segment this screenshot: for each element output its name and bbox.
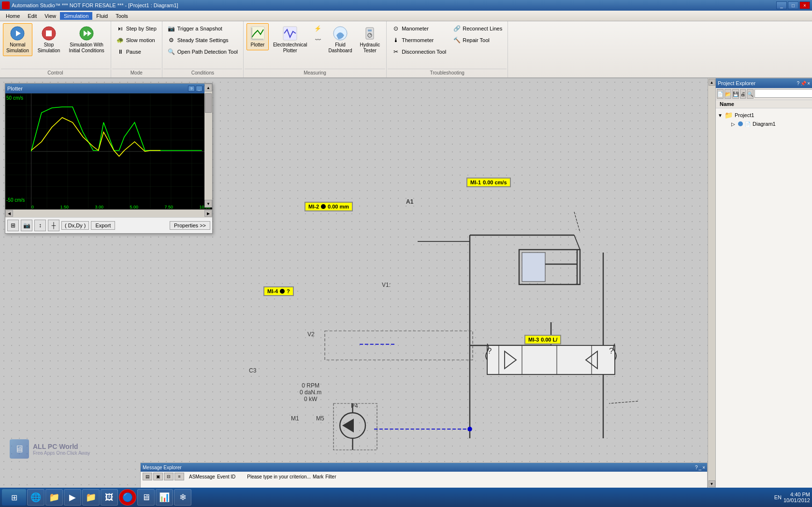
- taskbar-ie-button[interactable]: 🌐: [27, 489, 44, 506]
- fluid-dashboard-button[interactable]: FluidDashboard: [325, 23, 356, 56]
- taskbar-brand-button[interactable]: 🔵: [119, 489, 136, 506]
- trigger-snapshot-button[interactable]: 📷 Trigger a Snapshot: [165, 23, 240, 34]
- stop-simulation-button[interactable]: StopSimulation: [34, 23, 64, 56]
- slow-motion-button[interactable]: 🐢 Slow motion: [114, 35, 159, 45]
- window-controls[interactable]: _ □ ×: [776, 1, 810, 9]
- svg-rect-3: [46, 30, 52, 36]
- tree-item-diagram1[interactable]: ▷ 📄 Diagram1: [727, 120, 810, 128]
- msg-help-button[interactable]: ?: [695, 465, 698, 470]
- tree-item-project[interactable]: ▼ 📁 Project1: [718, 110, 810, 120]
- plotter-chart[interactable]: 50 cm/s -50 cm/s: [5, 93, 212, 209]
- menu-fluid[interactable]: Fluid: [92, 12, 112, 20]
- explorer-open-btn[interactable]: 📂: [725, 89, 731, 99]
- start-button[interactable]: ⊞: [2, 489, 26, 506]
- wave-button[interactable]: 〰: [312, 35, 324, 45]
- maximize-button[interactable]: □: [788, 1, 798, 9]
- open-path-button[interactable]: 🔍 Open Path Detection Tool: [165, 46, 240, 57]
- plotter-label: Plotter: [251, 42, 265, 48]
- explorer-print-btn[interactable]: 🖨: [740, 89, 746, 99]
- taskbar-media-button[interactable]: ▶: [64, 489, 81, 506]
- menu-tools[interactable]: Tools: [112, 12, 132, 20]
- msg-btn-3[interactable]: ⊟: [164, 473, 174, 480]
- explorer-toolbar: 📄 📂 💾 🖨 🔍: [716, 88, 812, 100]
- plotter-titlebar[interactable]: Plotter ? _ ×: [5, 84, 212, 93]
- msg-search-label: Please type in your criterion...: [247, 474, 311, 479]
- explorer-save-btn[interactable]: 💾: [732, 89, 739, 99]
- taskbar-explorer-button[interactable]: 📁: [82, 489, 100, 506]
- taskbar-app9-button[interactable]: ❄: [174, 489, 191, 506]
- plotter-help-button[interactable]: ?: [188, 86, 195, 91]
- normal-simulation-icon: [10, 26, 25, 41]
- taskbar-clock: EN 4:40 PM 10/01/2012: [774, 492, 810, 503]
- mi-2-dot: [321, 204, 326, 209]
- plotter-y-min: -50 cm/s: [6, 197, 25, 203]
- pause-button[interactable]: ⏸ Pause: [114, 46, 159, 57]
- msg-btn-1[interactable]: ▤: [143, 473, 152, 480]
- electrotechnical-plotter-button[interactable]: ElectrotechnicalPlotter: [270, 23, 311, 56]
- label-v1: V1:: [382, 282, 391, 288]
- plotter-zoom-fit-button[interactable]: ⊞: [7, 220, 19, 231]
- scroll-left-button[interactable]: ◀: [5, 210, 13, 217]
- normal-simulation-button[interactable]: NormalSimulation: [3, 23, 32, 56]
- step-by-step-button[interactable]: ⏯ Step by Step: [114, 23, 159, 34]
- plotter-coords-button[interactable]: ( Dx,Dy ): [61, 221, 89, 230]
- menu-simulation[interactable]: Simulation: [60, 12, 92, 20]
- explorer-titlebar: Project Explorer ? 📌 ×: [716, 78, 812, 88]
- explorer-search-btn[interactable]: 🔍: [747, 89, 754, 99]
- menu-view[interactable]: View: [41, 12, 60, 20]
- ribbon-group-mode: ⏯ Step by Step 🐢 Slow motion ⏸ Pause Mod…: [111, 21, 162, 77]
- taskbar-studio-button[interactable]: 🖥: [137, 489, 155, 506]
- plotter-cursor-button[interactable]: ↕: [34, 220, 46, 231]
- reconnect-lines-button[interactable]: 🔗 Reconnect Lines: [450, 23, 505, 34]
- explorer-pin[interactable]: 📌: [800, 81, 806, 86]
- plotter-export-button[interactable]: Export: [91, 221, 115, 230]
- canvas-scroll-down[interactable]: ▼: [709, 480, 715, 487]
- explorer-help[interactable]: ?: [797, 81, 800, 86]
- plotter-camera-button[interactable]: 📷: [21, 220, 32, 231]
- explorer-new-btn[interactable]: 📄: [717, 89, 724, 99]
- minimize-button[interactable]: _: [776, 1, 787, 9]
- hydraulic-tester-button[interactable]: HydraulicTester: [356, 23, 383, 56]
- manometer-button[interactable]: ⊙ Manometer: [390, 23, 449, 34]
- scrollbar-thumb[interactable]: [205, 93, 212, 113]
- explorer-close[interactable]: ×: [807, 81, 810, 86]
- plotter-button[interactable]: Plotter: [246, 23, 269, 50]
- scroll-up-button[interactable]: ▲: [204, 84, 212, 91]
- fluid-dashboard-label: FluidDashboard: [329, 42, 352, 54]
- msg-btn-4[interactable]: ≡: [174, 473, 184, 480]
- taskbar-ppt-button[interactable]: 📊: [156, 489, 173, 506]
- msg-close-button[interactable]: ×: [702, 465, 705, 470]
- power-monitor-button[interactable]: ⚡: [312, 23, 324, 34]
- menu-edit[interactable]: Edit: [24, 12, 41, 20]
- menu-home[interactable]: Home: [2, 12, 24, 20]
- plotter-scrollbar-h[interactable]: ◀ ▶: [5, 209, 212, 217]
- canvas-scroll-up[interactable]: ▲: [709, 79, 715, 86]
- slow-motion-label: Slow motion: [126, 37, 155, 43]
- svg-rect-28: [522, 253, 545, 282]
- canvas-scrollbar-v[interactable]: ▲ ▼: [708, 78, 715, 488]
- scroll-down-button[interactable]: ▼: [204, 200, 212, 208]
- plotter-title: Plotter: [7, 86, 23, 91]
- msg-btn-2[interactable]: ▣: [153, 473, 163, 480]
- simulation-initial-label: Simulation WithInitial Conditions: [69, 42, 104, 54]
- taskbar-photos-button[interactable]: 🖼: [101, 489, 118, 506]
- taskbar-folder-button[interactable]: 📁: [45, 489, 63, 506]
- explorer-search-input[interactable]: [754, 89, 812, 98]
- plotter-scrollbar-v[interactable]: ▲ ▼: [204, 84, 212, 208]
- svg-line-23: [574, 235, 580, 250]
- scroll-right-button[interactable]: ▶: [204, 210, 212, 217]
- simulation-initial-button[interactable]: Simulation WithInitial Conditions: [65, 23, 107, 56]
- plotter-properties-button[interactable]: Properties >>: [170, 221, 210, 230]
- msg-minimize-button[interactable]: _: [699, 465, 702, 470]
- steady-state-button[interactable]: ⚙ Steady State Settings: [165, 35, 240, 45]
- explorer-tree[interactable]: ▼ 📁 Project1 ▷ 📄 Diagram1: [716, 108, 812, 488]
- mi-3-value: 0.00 L/: [541, 337, 557, 343]
- close-button[interactable]: ×: [799, 1, 810, 9]
- thermometer-button[interactable]: 🌡 Thermometer: [390, 35, 449, 45]
- repair-tool-button[interactable]: 🔨 Repair Tool: [450, 35, 505, 45]
- diagram-canvas[interactable]: ? ? M: [0, 78, 708, 488]
- disconnection-tool-button[interactable]: ✂ Disconnection Tool: [390, 46, 449, 57]
- plotter-crosshair-button[interactable]: ┼: [48, 220, 59, 231]
- status-language-display: EN: [774, 494, 782, 500]
- plotter-minimize-button[interactable]: _: [196, 86, 203, 91]
